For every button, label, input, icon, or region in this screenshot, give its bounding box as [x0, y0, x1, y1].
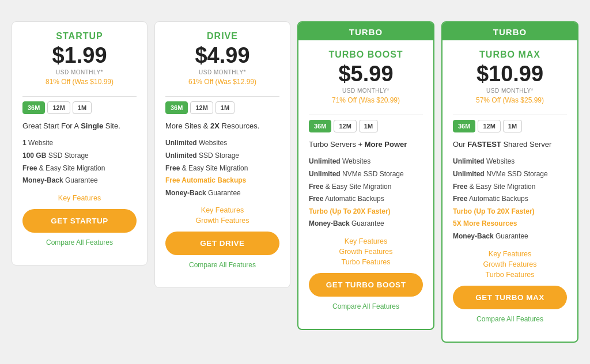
plan-name: TURBO MAX	[453, 50, 567, 60]
plan-card-turbo-max: TURBOTURBO MAX$10.99USD MONTHLY*57% Off …	[441, 21, 578, 342]
feature-item: Free Automatic Backups	[453, 193, 567, 206]
feature-item: 100 GB SSD Storage	[22, 150, 137, 162]
feature-link-0[interactable]: Key Features	[165, 206, 279, 214]
feature-link-1[interactable]: Growth Features	[309, 248, 423, 256]
features-list: Unlimited WebsitesUnlimited NVMe SSD Sto…	[453, 156, 567, 242]
feature-link-1[interactable]: Growth Features	[165, 217, 279, 225]
compare-link[interactable]: Compare All Features	[165, 261, 279, 269]
plan-period: USD MONTHLY*	[309, 88, 423, 94]
feature-item: Free Automatic Backups	[165, 175, 279, 187]
plan-tagline: More Sites & 2X Resources.	[165, 121, 279, 131]
period-tab-36m[interactable]: 36M	[165, 101, 188, 114]
cta-button-drive[interactable]: GET DRIVE	[165, 232, 279, 255]
compare-link[interactable]: Compare All Features	[453, 315, 567, 323]
feature-item: Money-Back Guarantee	[165, 187, 279, 200]
feature-item: Turbo (Up To 20X Faster)	[309, 206, 423, 218]
feature-link-1[interactable]: Growth Features	[453, 260, 567, 268]
feature-item: Unlimited Websites	[165, 137, 279, 150]
features-list: Unlimited WebsitesUnlimited NVMe SSD Sto…	[309, 156, 423, 230]
feature-item: 5X More Resources	[453, 218, 567, 230]
plan-period: USD MONTHLY*	[165, 69, 279, 75]
period-tabs: 36M12M1M	[453, 120, 567, 132]
period-tab-12m[interactable]: 12M	[478, 120, 500, 132]
plan-discount: 57% Off (Was $25.99)	[453, 96, 567, 104]
features-list: Unlimited WebsitesUnlimited SSD StorageF…	[165, 137, 279, 199]
period-tabs: 36M12M1M	[309, 120, 423, 132]
plan-card-drive: DRIVE$4.99USD MONTHLY*61% Off (Was $12.9…	[154, 21, 290, 288]
period-tab-36m[interactable]: 36M	[309, 120, 331, 132]
feature-item: Free Automatic Backups	[309, 193, 423, 206]
feature-item: Free & Easy Site Migration	[309, 181, 423, 194]
feature-item: Money-Back Guarantee	[453, 230, 567, 243]
cta-button-turbo-max[interactable]: GET TURBO MAX	[453, 286, 567, 309]
feature-item: Money-Back Guarantee	[22, 175, 137, 187]
compare-link[interactable]: Compare All Features	[22, 238, 137, 247]
divider	[22, 96, 137, 97]
plan-body: TURBO MAX$10.99USD MONTHLY*57% Off (Was …	[442, 40, 577, 332]
plan-price: $4.99	[165, 44, 279, 68]
plan-price: $10.99	[453, 62, 567, 86]
period-tab-36m[interactable]: 36M	[453, 120, 475, 132]
turbo-badge: TURBO	[298, 22, 433, 40]
feature-link-0[interactable]: Key Features	[309, 237, 423, 245]
period-tab-1m[interactable]: 1M	[503, 120, 522, 132]
period-tab-1m[interactable]: 1M	[359, 120, 378, 132]
plan-body: STARTUP$1.99USD MONTHLY*81% Off (Was $10…	[12, 22, 147, 255]
links-section: Key FeaturesGrowth Features	[165, 206, 279, 225]
compare-link[interactable]: Compare All Features	[309, 302, 423, 310]
period-tab-1m[interactable]: 1M	[73, 101, 92, 114]
divider	[309, 115, 423, 115]
feature-item: Unlimited NVMe SSD Storage	[309, 168, 423, 181]
plan-tagline: Great Start For A Single Site.	[22, 121, 137, 131]
turbo-badge: TURBO	[442, 22, 577, 40]
feature-item: Unlimited NVMe SSD Storage	[453, 168, 567, 181]
feature-item: Free & Easy Site Migration	[453, 181, 567, 194]
feature-link-0[interactable]: Key Features	[22, 194, 137, 202]
plan-card-turbo-boost: TURBOTURBO BOOST$5.99USD MONTHLY*71% Off…	[297, 21, 434, 330]
plan-discount: 81% Off (Was $10.99)	[22, 78, 137, 86]
feature-link-2[interactable]: Turbo Features	[453, 271, 567, 279]
plan-price: $5.99	[309, 62, 423, 86]
period-tab-1m[interactable]: 1M	[215, 101, 235, 114]
plan-discount: 71% Off (Was $20.99)	[309, 96, 423, 104]
feature-item: Free & Easy Site Migration	[165, 162, 279, 175]
feature-item: Unlimited Websites	[453, 156, 567, 168]
cta-button-startup[interactable]: GET STARTUP	[22, 209, 137, 233]
cta-button-turbo-boost[interactable]: GET TURBO BOOST	[309, 273, 423, 297]
plan-name: TURBO BOOST	[309, 50, 423, 60]
links-section: Key FeaturesGrowth FeaturesTurbo Feature…	[453, 250, 567, 279]
plan-body: TURBO BOOST$5.99USD MONTHLY*71% Off (Was…	[298, 40, 433, 320]
period-tabs: 36M12M1M	[22, 101, 137, 114]
plan-period: USD MONTHLY*	[453, 88, 567, 94]
plan-tagline: Turbo Servers + More Power	[309, 139, 423, 150]
links-section: Key Features	[22, 194, 137, 202]
plan-card-startup: STARTUP$1.99USD MONTHLY*81% Off (Was $10…	[12, 21, 148, 265]
plan-body: DRIVE$4.99USD MONTHLY*61% Off (Was $12.9…	[155, 22, 290, 278]
feature-item: Unlimited Websites	[309, 156, 423, 168]
plan-period: USD MONTHLY*	[22, 69, 137, 75]
period-tabs: 36M12M1M	[165, 101, 279, 114]
divider	[165, 96, 279, 97]
plan-tagline: Our FASTEST Shared Server	[453, 139, 567, 150]
feature-item: Unlimited SSD Storage	[165, 150, 279, 162]
feature-item: 1 Website	[22, 137, 137, 150]
features-list: 1 Website100 GB SSD StorageFree & Easy S…	[22, 137, 137, 187]
feature-item: Free & Easy Site Migration	[22, 162, 137, 175]
feature-item: Turbo (Up To 20X Faster)	[453, 206, 567, 218]
plan-name: DRIVE	[165, 31, 279, 41]
divider	[453, 115, 567, 115]
feature-item: Money-Back Guarantee	[309, 218, 423, 230]
period-tab-12m[interactable]: 12M	[47, 101, 70, 114]
period-tab-12m[interactable]: 12M	[334, 120, 356, 132]
links-section: Key FeaturesGrowth FeaturesTurbo Feature…	[309, 237, 423, 266]
plan-name: STARTUP	[22, 31, 137, 41]
plan-price: $1.99	[22, 44, 137, 68]
period-tab-36m[interactable]: 36M	[22, 101, 45, 114]
plan-discount: 61% Off (Was $12.99)	[165, 78, 279, 86]
pricing-container: STARTUP$1.99USD MONTHLY*81% Off (Was $10…	[12, 21, 578, 342]
feature-link-2[interactable]: Turbo Features	[309, 258, 423, 266]
period-tab-12m[interactable]: 12M	[190, 101, 213, 114]
feature-link-0[interactable]: Key Features	[453, 250, 567, 258]
